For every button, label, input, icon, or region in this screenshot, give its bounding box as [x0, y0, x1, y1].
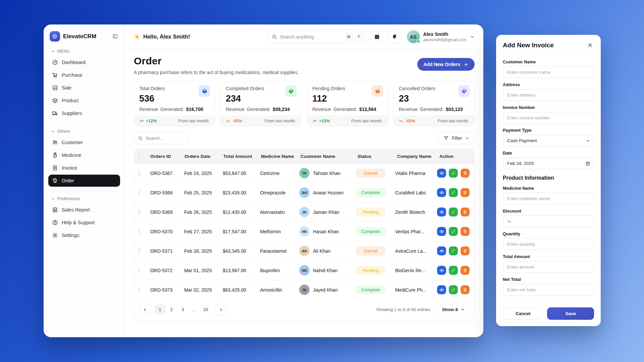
sidebar-item-customer[interactable]: Customer	[48, 136, 120, 148]
sidebar-item-suppliers[interactable]: Suppliers	[48, 107, 120, 119]
edit-button[interactable]	[449, 227, 458, 236]
sidebar-item-sale[interactable]: Sale	[48, 82, 120, 94]
page-button[interactable]: 1	[155, 305, 165, 315]
sidebar-item-settings[interactable]: Settings	[48, 229, 120, 241]
app-name: ElevateCRM	[63, 33, 108, 40]
customer-avatar: TK	[299, 168, 310, 178]
view-button[interactable]	[437, 285, 446, 294]
trend-down-icon: -05%	[226, 119, 242, 123]
kbd-cmd: ⌘	[345, 33, 353, 41]
quantity-field[interactable]	[503, 238, 594, 250]
row-checkbox[interactable]	[139, 170, 140, 176]
close-icon[interactable]	[586, 41, 594, 49]
search-input[interactable]: Search anything ⌘ F	[267, 31, 366, 43]
customer-avatar: JK	[299, 207, 310, 217]
page-button[interactable]: 10	[201, 305, 211, 315]
delete-button[interactable]	[461, 227, 470, 236]
row-checkbox[interactable]	[139, 229, 140, 235]
net-total-field[interactable]	[503, 284, 594, 296]
edit-button[interactable]	[449, 285, 458, 294]
filter-button[interactable]: Filter	[438, 132, 475, 144]
sidebar-item-product[interactable]: Product	[48, 95, 120, 107]
date-field[interactable]	[503, 158, 594, 169]
sidebar-section-menu[interactable]: MENU	[51, 49, 117, 54]
medicine-name-label: Medicine Name	[503, 186, 594, 191]
row-checkbox[interactable]	[139, 209, 140, 215]
row-checkbox[interactable]	[139, 267, 140, 274]
select-all-checkbox[interactable]	[139, 154, 140, 159]
sidebar-item-dashboard[interactable]: Dashboard	[48, 56, 120, 68]
delete-button[interactable]	[461, 246, 470, 255]
user-menu[interactable]: AS Alex Smith alexsmith9@gmail.com	[407, 30, 475, 43]
page-button[interactable]: 2	[166, 305, 176, 315]
sidebar-item-purchase[interactable]: Purchase	[48, 69, 120, 81]
address-field[interactable]	[503, 89, 594, 101]
stat-card-total-orders: Total Orders 536 RevenueGenerated:$16,70…	[134, 81, 215, 126]
delete-button[interactable]	[461, 285, 470, 294]
medicine-name-field[interactable]	[503, 193, 594, 204]
view-button[interactable]	[437, 207, 446, 217]
table-header-row: Orders ID Orders Date Total Amount Medic…	[134, 149, 474, 163]
notifications-button[interactable]	[388, 30, 401, 43]
sidebar-item-order[interactable]: Order	[48, 175, 120, 187]
sidebar-section-others[interactable]: Others	[51, 129, 117, 134]
view-button[interactable]	[437, 266, 446, 275]
view-button[interactable]	[437, 246, 446, 255]
row-checkbox[interactable]	[139, 248, 140, 254]
view-button[interactable]	[437, 169, 446, 178]
row-checkbox[interactable]	[139, 287, 140, 293]
main-area: Hello, Alex Smith! Search anything ⌘ F A…	[125, 24, 483, 337]
discount-field[interactable]	[503, 216, 594, 227]
sun-icon	[134, 34, 140, 40]
trash-icon	[463, 190, 467, 195]
customer-avatar: AK	[299, 246, 310, 256]
delete-button[interactable]	[461, 207, 470, 217]
edit-button[interactable]	[449, 169, 458, 178]
save-button[interactable]: Save	[547, 307, 594, 320]
delete-button[interactable]	[461, 169, 470, 178]
page-ellipsis: ...	[189, 305, 199, 315]
customer-avatar: HK	[299, 226, 310, 237]
trend-up-icon: +15%	[312, 119, 330, 123]
payment-type-select[interactable]: Cash Payment	[503, 135, 594, 146]
package-clock-icon	[372, 85, 383, 97]
table-search-input[interactable]: Search...	[134, 132, 188, 144]
next-page-button[interactable]	[215, 304, 227, 315]
prev-page-button[interactable]	[139, 304, 151, 315]
edit-button[interactable]	[449, 246, 458, 255]
net-total-label: Net Total	[503, 277, 594, 282]
edit-button[interactable]	[449, 188, 458, 197]
delete-button[interactable]	[461, 188, 470, 197]
page-size-button[interactable]: Show 8	[437, 304, 470, 315]
edit-button[interactable]	[449, 207, 458, 217]
sidebar-item-sales-report[interactable]: Sales Report	[48, 204, 120, 216]
table-row: ORD-5369 Feb 26, 2025 $12,435.00 Atorvas…	[134, 202, 474, 222]
payment-type-label: Payment Type	[503, 128, 594, 133]
customer-name-label: Customer Name	[503, 59, 594, 64]
divider	[503, 54, 594, 54]
add-invoice-panel: Add New Invoice Customer Name Address In…	[496, 35, 601, 326]
stat-card-completed-orders: Completed Orders 234 RevenueGenerated:$0…	[220, 81, 302, 126]
cancel-button[interactable]: Cancel	[503, 307, 543, 320]
chevron-down-icon	[586, 138, 590, 143]
view-button[interactable]	[437, 188, 446, 197]
invoice-number-field[interactable]	[503, 112, 594, 124]
sidebar-item-invoice[interactable]: Invoice	[48, 162, 120, 174]
calendar-button[interactable]	[371, 30, 384, 43]
customer-name-field[interactable]	[503, 66, 594, 78]
total-amount-field[interactable]	[503, 261, 594, 273]
view-button[interactable]	[437, 227, 446, 236]
sidebar-item-help-support[interactable]: Help & Support	[48, 217, 120, 229]
calendar-icon[interactable]	[585, 161, 590, 166]
sidebar-section-preferences[interactable]: Preferences	[51, 196, 117, 201]
row-checkbox[interactable]	[139, 190, 140, 196]
edit-button[interactable]	[449, 266, 458, 275]
app-window: ElevateCRM MENU Dashboard Purchase Sale …	[44, 24, 483, 337]
sidebar-item-medicine[interactable]: Medicine	[48, 149, 120, 161]
chevron-down-icon	[465, 136, 470, 140]
add-new-orders-button[interactable]: Add New Orders	[417, 58, 475, 71]
delete-button[interactable]	[461, 266, 470, 275]
cart-icon	[52, 72, 58, 78]
sidebar-collapse-icon[interactable]	[111, 33, 119, 40]
page-button[interactable]: 3	[178, 305, 188, 315]
